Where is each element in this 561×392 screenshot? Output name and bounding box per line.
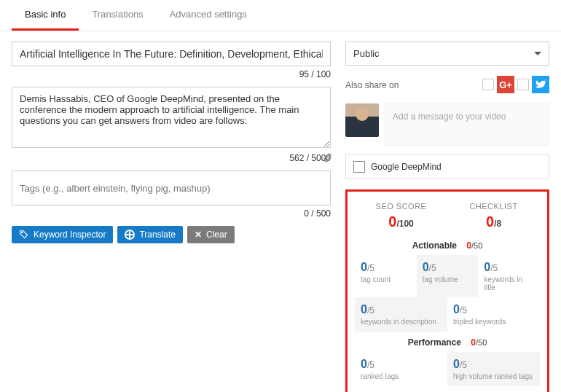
translate-label: Translate (139, 230, 176, 240)
seo-score-label: SEO SCORE (355, 202, 447, 211)
gplus-checkbox[interactable] (482, 79, 494, 90)
twitter-icon[interactable] (532, 76, 549, 93)
metric-tripled-keywords: 0/5 tripled keywords (447, 297, 540, 332)
tab-translations[interactable]: Translations (79, 0, 156, 31)
tags-counter: 0 / 500 (304, 208, 331, 219)
tab-advanced[interactable]: Advanced settings (157, 0, 260, 31)
svg-point-0 (22, 232, 23, 233)
privacy-select[interactable]: Public (345, 42, 549, 66)
avatar (345, 103, 379, 137)
translate-button[interactable]: Translate (117, 226, 183, 243)
performance-label: Performance (408, 337, 461, 348)
caret-down-icon (534, 52, 541, 55)
metric-tag-volume: 0/5 tag volume (417, 255, 479, 297)
metric-keywords-description: 0/5 keywords in description (355, 297, 447, 332)
square-icon (353, 161, 365, 173)
related-tag-label: Google DeepMind (371, 162, 442, 172)
checklist-denom: /8 (494, 219, 501, 229)
seo-panel: SEO SCORE 0/100 CHECKLIST 0/8 Actionable… (345, 189, 549, 392)
clear-label: Clear (206, 230, 227, 240)
share-message-input[interactable]: Add a message to your video (385, 103, 549, 146)
checklist-label: CHECKLIST (447, 202, 540, 211)
gplus-icon[interactable]: G+ (497, 76, 514, 93)
performance-denom: /50 (476, 338, 487, 347)
twitter-checkbox[interactable] (517, 79, 529, 90)
attachment-icon[interactable] (322, 153, 332, 165)
x-icon: ✕ (195, 230, 202, 240)
metric-keywords-title: 0/5 keywords in title (478, 255, 540, 297)
actionable-label: Actionable (412, 240, 457, 251)
title-input[interactable] (12, 42, 331, 66)
related-tag[interactable]: Google DeepMind (345, 154, 549, 179)
checklist-value: 0 (486, 213, 494, 230)
metric-high-volume-ranked: 0/5 high volume ranked tags (447, 352, 540, 386)
tags-input[interactable] (12, 170, 331, 205)
seo-score-denom: /100 (396, 219, 413, 229)
description-textarea[interactable]: Demis Hassabis, CEO of Google DeepMind, … (12, 87, 331, 148)
clear-button[interactable]: ✕ Clear (187, 226, 235, 243)
tab-basic-info[interactable]: Basic info (12, 0, 79, 31)
share-label: Also share on (345, 80, 399, 90)
globe-icon (125, 230, 135, 240)
tabs-bar: Basic info Translations Advanced setting… (0, 0, 561, 31)
keyword-inspector-label: Keyword Inspector (34, 230, 106, 240)
seo-score-value: 0 (388, 213, 396, 230)
metric-tag-count: 0/5 tag count (355, 255, 417, 297)
metric-ranked-tags: 0/5 ranked tags (355, 352, 447, 386)
title-counter: 95 / 100 (12, 69, 331, 79)
privacy-value: Public (353, 48, 379, 59)
description-counter: 562 / 5000 (12, 153, 331, 163)
tag-icon (19, 230, 29, 240)
keyword-inspector-button[interactable]: Keyword Inspector (12, 226, 113, 243)
actionable-denom: /50 (471, 241, 482, 250)
